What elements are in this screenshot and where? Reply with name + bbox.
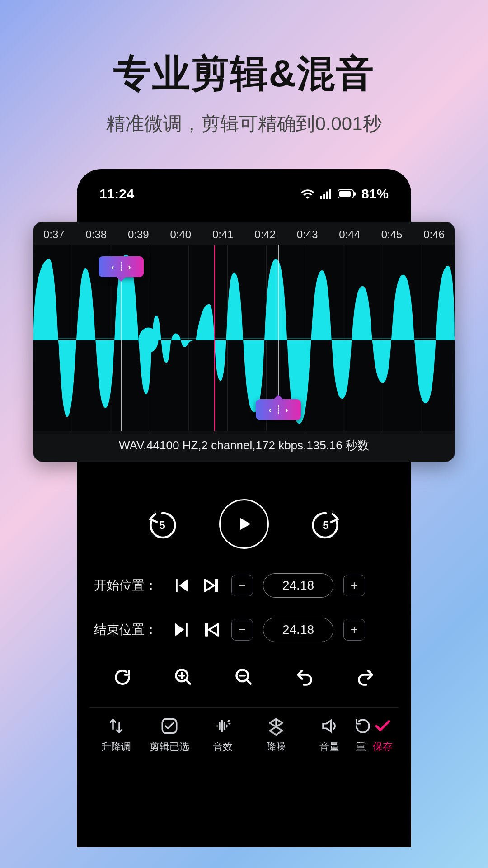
- denoise-tab[interactable]: 降噪: [249, 717, 303, 754]
- end-value[interactable]: 24.18: [263, 618, 333, 642]
- zoom-out-button[interactable]: [234, 667, 254, 687]
- play-button[interactable]: [219, 499, 269, 549]
- wifi-icon: [301, 189, 314, 199]
- zoom-in-button[interactable]: [174, 667, 193, 687]
- ruler-tick: 0:37: [43, 228, 65, 241]
- svg-rect-3: [329, 189, 331, 199]
- effects-icon: [213, 717, 232, 736]
- ruler-tick: 0:40: [170, 228, 191, 241]
- svg-point-7: [138, 328, 158, 353]
- waveform-area[interactable]: ‹ › ‹ ›: [33, 245, 455, 431]
- end-increment-button[interactable]: +: [343, 619, 365, 641]
- transport-controls: 5 5: [89, 499, 399, 549]
- ruler-tick: 0:42: [254, 228, 276, 241]
- chevron-left-icon: ‹: [111, 262, 114, 272]
- start-position-row: 开始位置： − 24.18 +: [94, 573, 394, 598]
- svg-rect-0: [320, 196, 322, 199]
- rewind-5-button[interactable]: 5: [146, 508, 178, 540]
- page-title: 专业剪辑&混音: [106, 48, 381, 99]
- nudge-end-left-button[interactable]: [202, 620, 221, 640]
- chevron-right-icon: ›: [128, 262, 131, 272]
- selection-start-line: [121, 277, 122, 431]
- chevron-left-icon: ‹: [268, 405, 272, 415]
- effects-tab[interactable]: 音效: [196, 717, 249, 754]
- battery-icon: [338, 189, 356, 198]
- save-tab[interactable]: 保存: [356, 717, 399, 754]
- forward-5-button[interactable]: 5: [310, 508, 342, 540]
- ruler-tick: 0:43: [297, 228, 318, 241]
- selection-end-handle[interactable]: ‹ ›: [256, 399, 301, 420]
- rewind-seconds: 5: [146, 508, 178, 540]
- battery-percent: 81%: [361, 186, 389, 202]
- trim-icon: [160, 717, 179, 736]
- audio-meta: WAV,44100 HZ,2 channel,172 kbps,135.16 秒…: [33, 431, 455, 462]
- phone-frame: 11:24 81% 0:37 0:38 0:39 0:40 0:41 0:42 …: [77, 169, 411, 847]
- ruler-tick: 0:39: [128, 228, 149, 241]
- ruler-tick: 0:44: [339, 228, 360, 241]
- goto-start-button[interactable]: [172, 576, 192, 595]
- signal-icon: [320, 189, 333, 199]
- selection-end-line: [278, 245, 279, 399]
- pitch-icon: [107, 717, 126, 736]
- page-subtitle: 精准微调，剪辑可精确到0.001秒: [106, 111, 381, 137]
- svg-rect-2: [326, 192, 328, 199]
- view-tools: [89, 667, 399, 687]
- start-value[interactable]: 24.18: [263, 573, 333, 598]
- bottom-toolbar: 升降调 剪辑已选 音效 降噪 音量 重 保存: [89, 707, 399, 754]
- undo-button[interactable]: [295, 667, 314, 687]
- pitch-tab[interactable]: 升降调: [89, 717, 143, 754]
- play-icon: [235, 515, 253, 533]
- redo-button[interactable]: [356, 667, 375, 687]
- start-increment-button[interactable]: +: [343, 575, 365, 596]
- svg-rect-6: [354, 192, 356, 196]
- waveform-graphic: [33, 245, 455, 431]
- volume-tab[interactable]: 音量: [303, 717, 356, 754]
- ruler-tick: 0:45: [381, 228, 403, 241]
- ruler-tick: 0:41: [212, 228, 234, 241]
- check-icon: [373, 717, 392, 736]
- end-position-row: 结束位置： − 24.18 +: [94, 618, 394, 642]
- volume-icon: [320, 717, 339, 736]
- chevron-right-icon: ›: [285, 405, 288, 415]
- selection-start-handle[interactable]: ‹ ›: [99, 256, 144, 277]
- status-bar: 11:24 81%: [89, 186, 399, 212]
- svg-rect-5: [339, 191, 351, 197]
- status-time: 11:24: [99, 186, 134, 202]
- forward-seconds: 5: [310, 508, 342, 540]
- svg-rect-1: [323, 194, 325, 199]
- start-decrement-button[interactable]: −: [231, 575, 253, 596]
- end-decrement-button[interactable]: −: [231, 619, 253, 641]
- denoise-icon: [267, 717, 286, 736]
- playhead[interactable]: [214, 245, 215, 431]
- nudge-start-right-button[interactable]: [202, 576, 221, 595]
- ruler-tick: 0:46: [423, 228, 445, 241]
- refresh-button[interactable]: [113, 667, 132, 687]
- end-label: 结束位置：: [94, 621, 162, 638]
- goto-end-button[interactable]: [172, 620, 192, 640]
- waveform-panel: 0:37 0:38 0:39 0:40 0:41 0:42 0:43 0:44 …: [33, 222, 455, 462]
- start-label: 开始位置：: [94, 577, 162, 594]
- timeline-ruler: 0:37 0:38 0:39 0:40 0:41 0:42 0:43 0:44 …: [33, 222, 455, 245]
- ruler-tick: 0:38: [85, 228, 107, 241]
- trim-tab[interactable]: 剪辑已选: [143, 717, 196, 754]
